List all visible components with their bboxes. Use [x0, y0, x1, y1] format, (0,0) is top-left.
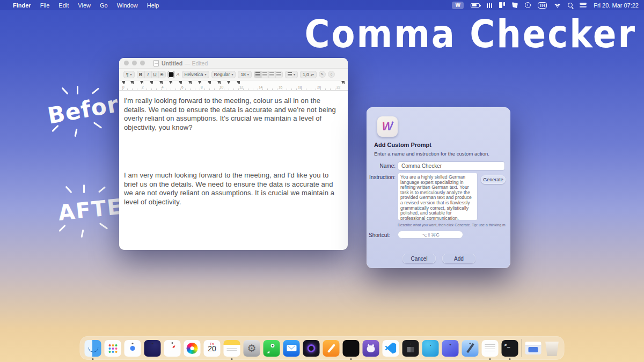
dock-item-safari[interactable]	[164, 340, 181, 357]
tab-stops[interactable]	[119, 81, 348, 85]
menu-help[interactable]: Help	[147, 2, 159, 9]
menu-go[interactable]: Go	[100, 2, 108, 9]
control-center-icon[interactable]	[580, 2, 587, 8]
insert-circle-icon[interactable]: ○	[328, 71, 335, 78]
dialog-subtitle: Enter a name and instruction for the cus…	[374, 151, 489, 157]
sparkle-icon: ✦	[391, 120, 394, 125]
add-button[interactable]: Add	[442, 254, 475, 263]
italic-button[interactable]: I	[144, 71, 151, 78]
textedit-window: Untitled — Edited ¶▾ B I U S A Helvetica…	[119, 58, 348, 250]
font-size-dropdown[interactable]: 18▾	[238, 71, 251, 78]
menubar-clock[interactable]: Fri 20. Mar 07:22	[594, 2, 639, 9]
dock-minimized-window[interactable]	[525, 342, 541, 354]
dock-item-telegram[interactable]	[422, 340, 439, 357]
paragraph-before[interactable]: I'm really looking forward to the meetin…	[124, 97, 342, 132]
close-button[interactable]	[124, 61, 129, 65]
dock-item-chrome[interactable]	[125, 340, 141, 357]
wallpaper-title: Comma Checker	[305, 12, 636, 56]
dock-item-spotify[interactable]	[343, 340, 360, 357]
battery-icon[interactable]	[471, 3, 480, 8]
menubar-extra-icon[interactable]	[487, 3, 492, 8]
menu-finder[interactable]: Finder	[13, 2, 31, 9]
menu-file[interactable]: File	[40, 2, 50, 9]
alignment-group	[254, 71, 283, 78]
dock-item-notes[interactable]	[224, 340, 240, 357]
menu-window[interactable]: Window	[117, 2, 138, 9]
name-label: Name:	[367, 163, 396, 169]
menu-edit[interactable]: Edit	[58, 2, 69, 9]
dock-item-cube-app[interactable]	[402, 340, 419, 357]
dock-separator	[522, 339, 522, 357]
dock-item-pages[interactable]	[323, 340, 340, 357]
dialog-title: Add Custom Prompt	[374, 142, 431, 148]
dock-item-launchpad[interactable]	[105, 340, 121, 357]
ruler[interactable]: 0 2 4 6 8 10 12 14 16 18 20 22	[119, 80, 348, 91]
align-right-button[interactable]	[268, 71, 275, 78]
dock-item-finder[interactable]	[85, 340, 101, 357]
paragraph-style-dropdown[interactable]: ¶▾	[123, 71, 135, 78]
dock-item-signal[interactable]	[442, 340, 459, 357]
dock-item-textedit[interactable]	[482, 340, 499, 357]
time-machine-icon[interactable]	[525, 2, 531, 8]
align-center-button[interactable]	[261, 71, 268, 78]
ruler-numbers: 0 2 4 6 8 10 12 14 16 18 20 22	[122, 85, 345, 90]
dock-item-xcode[interactable]	[462, 340, 479, 357]
list-style-dropdown[interactable]: ▾	[285, 71, 298, 78]
spotlight-search-icon[interactable]	[568, 3, 573, 8]
add-custom-prompt-dialog: W ✦ Add Custom Prompt Enter a name and i…	[367, 107, 510, 268]
shortcut-label: Shortcut:	[367, 232, 390, 238]
instruction-hint: Describe what you want, then click Gener…	[398, 223, 506, 227]
align-left-button[interactable]	[254, 71, 261, 78]
dock-item-mail[interactable]	[283, 340, 300, 357]
color-picker-icon[interactable]: A	[177, 72, 180, 77]
dock: Fri 20 >_	[80, 336, 565, 360]
writing-tools-app-icon: W ✦	[377, 116, 398, 137]
textedit-titlebar[interactable]: Untitled — Edited	[119, 58, 348, 69]
text-editing-area[interactable]: I'm really looking forward to the meetin…	[119, 91, 348, 206]
instruction-textarea[interactable]	[398, 173, 478, 220]
underline-button[interactable]: U	[151, 71, 158, 78]
edited-indicator: — Edited	[185, 60, 208, 67]
menu-bar: Finder File Edit View Go Window Help W T…	[0, 0, 644, 10]
highlighter-icon[interactable]: ✎	[319, 71, 326, 78]
bold-button[interactable]: B	[137, 71, 144, 78]
text-color-swatch[interactable]	[168, 71, 174, 78]
writing-tools-menubar-icon[interactable]: W	[452, 2, 463, 9]
strikethrough-button[interactable]: S	[158, 71, 165, 78]
trash-icon[interactable]	[545, 340, 560, 356]
dock-item-system-settings[interactable]	[244, 340, 260, 357]
cancel-button[interactable]: Cancel	[402, 254, 436, 263]
window-manager-icon[interactable]	[499, 2, 505, 8]
line-spacing-stepper[interactable]: 1,0▴▾	[300, 71, 317, 78]
dock-item-firefox[interactable]	[144, 340, 161, 357]
shortcut-field[interactable]: ⌥⇧⌘C	[398, 231, 463, 239]
text-style-group: B I U S	[137, 71, 166, 78]
dock-item-purple-ring-app[interactable]	[303, 340, 320, 357]
dock-item-vscode[interactable]	[383, 340, 399, 357]
textedit-toolbar: ¶▾ B I U S A Helvetica▾ Regular▾ 18▾ ▾ 1…	[119, 69, 348, 80]
minimize-button[interactable]	[132, 61, 137, 65]
zoom-button[interactable]	[140, 61, 145, 65]
window-title: Untitled	[162, 60, 182, 67]
instruction-label: Instruction:	[367, 174, 396, 180]
document-icon	[153, 60, 159, 67]
shield-icon[interactable]	[512, 2, 518, 8]
dock-item-calendar[interactable]: Fri 20	[204, 340, 221, 357]
menu-view[interactable]: View	[78, 2, 91, 9]
generate-button[interactable]: Generate	[481, 175, 506, 184]
dock-item-terminal[interactable]: >_	[502, 340, 518, 357]
input-source-icon[interactable]: TR	[538, 2, 547, 9]
align-justify-button[interactable]	[275, 71, 282, 78]
typeface-dropdown[interactable]: Regular▾	[211, 71, 236, 78]
font-family-dropdown[interactable]: Helvetica▾	[182, 71, 209, 78]
name-input[interactable]	[398, 161, 505, 171]
paragraph-after[interactable]: I am very much looking forward to the me…	[124, 171, 342, 206]
dock-item-github-desktop[interactable]	[363, 340, 379, 357]
dock-item-whatsapp[interactable]	[264, 340, 280, 357]
wifi-icon[interactable]	[554, 3, 561, 8]
dock-item-photos[interactable]	[184, 340, 201, 357]
